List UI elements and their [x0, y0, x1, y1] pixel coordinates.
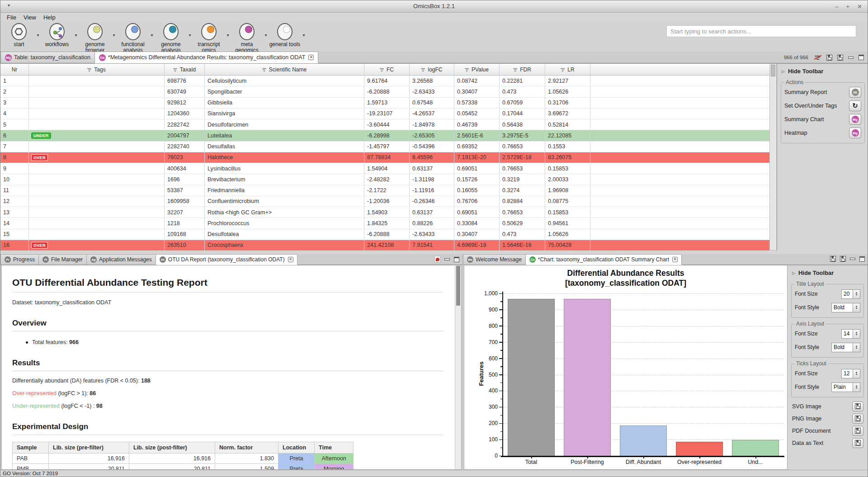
export-pdf-icon[interactable] [434, 256, 440, 263]
maximize-panel-icon[interactable] [859, 55, 864, 60]
export-button-svg-image[interactable] [852, 401, 863, 411]
maximize-panel-icon[interactable] [859, 256, 865, 262]
table-row[interactable]: 101696Brevibacterium-2.48282-1.311980.15… [0, 174, 769, 185]
spinner-arrows-icon[interactable]: ▲▼ [853, 369, 860, 378]
font-size-spinner[interactable]: 12▲▼ [841, 369, 860, 378]
table-row[interactable]: 9400634Lysinibacillus1.549040.631370.690… [0, 163, 769, 174]
tab-otu-da-report-taxonomy-classification-od[interactable]: HtOTU DA Report (taxonomy_classification… [156, 254, 297, 265]
column-header-fdr[interactable]: FDR [500, 64, 545, 75]
column-header-tags[interactable]: Tags [29, 64, 165, 75]
menu-help[interactable]: Help [40, 14, 59, 21]
table-vertical-scrollbar[interactable] [769, 63, 777, 250]
toolbar-button-start[interactable]: start [3, 22, 35, 52]
toolbar-overflow-icon[interactable]: ▾ [8, 3, 10, 8]
table-row[interactable]: 52282742Desulfofarcimen-3.60444-1.849780… [0, 119, 769, 130]
horizontal-splitter[interactable] [0, 250, 868, 254]
table-row[interactable]: 41204360Siansivirga-19.23107-4.265370.05… [0, 109, 769, 119]
tab-progress[interactable]: PrProgress [0, 254, 39, 265]
spinner-arrows-icon[interactable]: ▲▼ [853, 343, 860, 352]
export-button-pdf-document[interactable] [852, 426, 863, 436]
toolbar-button-transcript-omics[interactable]: transcript omics [193, 22, 225, 52]
scrollbar-thumb[interactable] [456, 266, 460, 306]
save-all-icon[interactable] [837, 55, 843, 61]
menu-view[interactable]: View [20, 14, 40, 21]
close-icon[interactable]: ✕ [308, 55, 314, 60]
menu-file[interactable]: File [3, 14, 20, 21]
export-button-png-image[interactable] [852, 414, 863, 424]
column-header-scientific-name[interactable]: Scientific Name [205, 64, 364, 75]
column-header-taxaid[interactable]: TaxaId [165, 64, 205, 75]
chevron-down-icon[interactable]: ▾ [73, 22, 79, 52]
action-button-summary-chart[interactable]: Mg [849, 114, 861, 125]
tab-file-manager[interactable]: FiFile Manager [39, 254, 87, 265]
action-button-summary-report[interactable]: Ht [849, 87, 861, 98]
table-row[interactable]: 6UNDER2004797Luteitalea-6.28998-2.653052… [0, 130, 769, 141]
tab--chart-taxonomy-classification-odat-summ[interactable]: Ch*Chart: taxonomy_classification ODAT S… [526, 254, 682, 265]
column-header-logfc[interactable]: logFC [410, 64, 454, 75]
maximize-panel-icon[interactable] [454, 257, 459, 262]
column-header-lr[interactable]: LR [545, 64, 590, 75]
minimize-panel-icon[interactable] [444, 258, 450, 260]
toolbar-button-genome-analysis[interactable]: genome analysis [155, 22, 187, 52]
font-style-dropdown[interactable]: Bold▲▼ [831, 343, 860, 352]
action-button-heatmap[interactable]: Mg [849, 128, 861, 138]
save-all-icon[interactable] [840, 256, 846, 262]
spinner-arrows-icon[interactable]: ▲▼ [853, 329, 860, 339]
toolbar-button-functional-analysis[interactable]: functional analysis [117, 22, 149, 52]
export-button-data-as-text[interactable] [852, 438, 863, 448]
table-row[interactable]: 2630749Spongiibacter-6.20888-2.634330.30… [0, 86, 769, 97]
table-row[interactable]: 72282740Desulfallas-1.45797-0.543960.693… [0, 142, 769, 152]
chevron-down-icon[interactable]: ▾ [225, 22, 231, 52]
action-button-set-over-under-tags[interactable]: ↻ [849, 100, 861, 111]
column-header-pvalue[interactable]: PValue [454, 64, 500, 75]
table-row[interactable]: 1332207Rothia <high GC Gram+>1.549030.63… [0, 207, 769, 218]
font-style-dropdown[interactable]: Bold▲▼ [831, 303, 860, 312]
toolbar-button-general-tools[interactable]: general tools [269, 22, 301, 52]
tab-table-taxonomy-classification[interactable]: MgTable: taxonomy_classification [0, 52, 95, 63]
table-row[interactable]: 8OVER76023Halothece87.788346.455967.1913… [0, 152, 769, 163]
table-row[interactable]: 3929812Gibbsiella1.597130.675480.573380.… [0, 98, 769, 109]
tab-application-messages[interactable]: ApApplication Messages [87, 254, 156, 265]
minimize-panel-icon[interactable] [850, 258, 855, 260]
toolbar-button-meta-genomics[interactable]: meta genomics [231, 22, 263, 52]
spinner-arrows-icon[interactable]: ▲▼ [853, 383, 860, 392]
window-close-button[interactable]: ✕ [857, 3, 862, 10]
table-row[interactable]: 1698776Cellulosilyticum9.617643.265680.0… [0, 76, 769, 86]
action-search-input[interactable] [666, 25, 856, 37]
tab--metagenomics-differential-abundance-res[interactable]: Da*Metagenomics Differential Abundance R… [95, 52, 319, 63]
table-row[interactable]: 121609958Confluentimicrobium-1.20036-0.2… [0, 196, 769, 207]
chevron-down-icon[interactable]: ▾ [263, 22, 269, 52]
window-minimize-button[interactable]: – [835, 3, 838, 10]
column-header-fc[interactable]: FC [364, 64, 410, 75]
chevron-down-icon[interactable]: ▾ [187, 22, 193, 52]
tab-welcome-message[interactable]: WeWelcome Message [463, 254, 526, 265]
save-icon[interactable] [826, 55, 832, 61]
table-row[interactable]: 15109168Desulfotalea-6.20888-2.634330.30… [0, 229, 769, 240]
chevron-down-icon[interactable]: ▾ [301, 22, 307, 52]
font-size-spinner[interactable]: 20▲▼ [841, 289, 860, 299]
chevron-down-icon[interactable]: ▾ [111, 22, 117, 52]
clear-filter-icon[interactable] [814, 55, 821, 60]
font-style-dropdown[interactable]: Plain▲▼ [831, 383, 860, 392]
toolbar-button-genome-browser[interactable]: genome browser [79, 22, 111, 52]
chevron-down-icon[interactable]: ▾ [35, 22, 41, 52]
chevron-down-icon[interactable]: ▾ [149, 22, 155, 52]
column-header-nr[interactable]: Nr [0, 64, 29, 75]
table-row[interactable]: 16OVER263510Crocosphaera241.421087.91541… [0, 240, 769, 251]
hide-toolbar-button[interactable]: ▷ Hide Toolbar [788, 265, 868, 278]
table-row[interactable]: 1153387Friedmanniella-2.1722-1.119160.16… [0, 185, 769, 196]
minimize-panel-icon[interactable] [848, 57, 854, 59]
report-vertical-scrollbar[interactable] [455, 265, 461, 469]
close-icon[interactable]: ✕ [672, 257, 678, 262]
save-icon[interactable] [830, 256, 836, 262]
toolbar-button-workflows[interactable]: workflows [41, 22, 73, 52]
spinner-arrows-icon[interactable]: ▲▼ [853, 289, 860, 299]
font-size-spinner[interactable]: 14▲▼ [841, 329, 860, 339]
table-row[interactable]: 141218Prochlorococcus1.843250.882260.330… [0, 218, 769, 229]
field-value: 12 [841, 369, 853, 378]
close-icon[interactable]: ✕ [288, 257, 293, 262]
hide-toolbar-button[interactable]: ▷ Hide Toolbar [777, 64, 868, 76]
window-maximize-button[interactable]: + [846, 3, 850, 10]
scrollbar-thumb[interactable] [771, 65, 775, 76]
spinner-arrows-icon[interactable]: ▲▼ [853, 303, 860, 312]
